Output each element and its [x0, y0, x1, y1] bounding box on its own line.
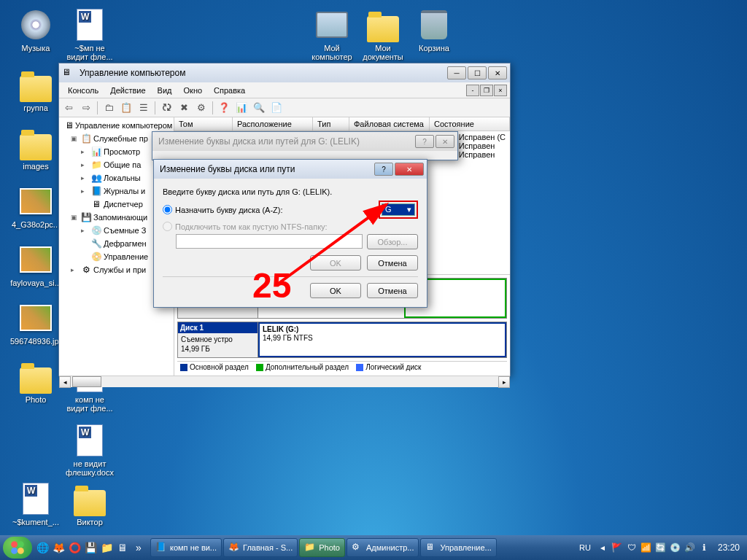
- maximize-button[interactable]: ☐: [468, 66, 487, 79]
- desktop-icon[interactable]: 596748936.jpg: [10, 300, 61, 346]
- mgmt-titlebar[interactable]: 🖥 Управление компьютером ─ ☐ ✕: [59, 63, 510, 82]
- node-icon: 📘: [90, 185, 102, 197]
- expand-icon[interactable]: ▸: [71, 266, 79, 273]
- desktop-icon[interactable]: 4_G38o2pc...: [10, 184, 61, 229]
- help-icon[interactable]: ❓: [217, 101, 231, 114]
- svg-point-4: [18, 548, 24, 554]
- language-indicator[interactable]: RU: [576, 543, 594, 552]
- col-layout[interactable]: Расположение: [233, 117, 313, 131]
- icon-label: ~$мп не видит фле...: [64, 44, 115, 61]
- scroll-left-icon[interactable]: ◂: [59, 376, 71, 388]
- icon-label: faylovaya_si...: [10, 279, 61, 287]
- ql-expand-icon[interactable]: »: [131, 539, 146, 556]
- menu-console[interactable]: Консоль: [62, 85, 104, 96]
- node-label: Просмотр: [104, 147, 140, 156]
- menu-help[interactable]: Справка: [208, 85, 251, 96]
- desktop-icon[interactable]: ~$мп не видит фле...: [64, 7, 115, 61]
- tray-volume-icon[interactable]: 🔊: [684, 542, 696, 553]
- desktop-icon[interactable]: Корзина: [409, 7, 460, 52]
- tool-icon[interactable]: 📄: [270, 101, 283, 114]
- disk1-row[interactable]: Диск 1 Съемное устро 14,99 ГБ LELIK (G:)…: [177, 322, 507, 358]
- settings-icon[interactable]: ⚙: [195, 101, 208, 114]
- expand-icon[interactable]: ▸: [81, 227, 89, 234]
- ql-firefox-icon[interactable]: 🦊: [51, 539, 66, 556]
- close-button[interactable]: ✕: [488, 66, 507, 79]
- mdi-close[interactable]: ×: [494, 85, 507, 96]
- expand-icon[interactable]: ▸: [81, 187, 89, 195]
- desktop-icon[interactable]: не видит флешку.docx: [64, 423, 115, 477]
- refresh-icon[interactable]: 🗘: [160, 101, 173, 114]
- ql-desktop-icon[interactable]: 🖥: [115, 539, 130, 556]
- col-status[interactable]: Состояние: [430, 117, 510, 131]
- tray-network-icon[interactable]: 📶: [640, 542, 652, 553]
- hscroll[interactable]: ◂ ▸: [59, 376, 510, 387]
- ql-save-icon[interactable]: 💾: [83, 539, 98, 556]
- desktop-icon[interactable]: Мой компьютер: [306, 7, 357, 61]
- node-label: Запоминающи: [93, 213, 147, 222]
- taskbar-button[interactable]: 📁Photo: [299, 538, 345, 557]
- ql-opera-icon[interactable]: ⭕: [67, 539, 82, 556]
- export-icon[interactable]: ✖: [177, 101, 190, 114]
- search-icon[interactable]: 🔍: [252, 101, 266, 114]
- mgmt-title: Управление компьютером: [77, 68, 447, 78]
- col-volume[interactable]: Том: [174, 117, 233, 131]
- menu-action[interactable]: Действие: [104, 85, 151, 96]
- expand-icon[interactable]: ▸: [81, 148, 89, 155]
- ql-explorer-icon[interactable]: 📁: [99, 539, 114, 556]
- taskbar-button[interactable]: 🖥Управление...: [420, 538, 496, 557]
- tree-root[interactable]: 🖥Управление компьютером (лок: [61, 119, 172, 132]
- assign-letter-radio[interactable]: [163, 205, 172, 214]
- forward-icon[interactable]: ⇨: [80, 101, 93, 114]
- properties-icon[interactable]: 📋: [120, 101, 133, 114]
- back-icon[interactable]: ⇦: [62, 101, 75, 114]
- tray-expand-icon[interactable]: ◂: [597, 542, 608, 553]
- ql-chrome-icon[interactable]: 🌐: [35, 539, 50, 556]
- expand-icon[interactable]: ▣: [71, 135, 79, 142]
- desktop-icon[interactable]: ~$kument_...: [10, 481, 61, 526]
- clock[interactable]: 23:20: [713, 542, 744, 553]
- desktop-icon[interactable]: Мои документы: [357, 7, 409, 61]
- dlg2-close-button[interactable]: ✕: [395, 163, 424, 176]
- taskbar-button[interactable]: 📘комп не ви...: [150, 538, 222, 557]
- taskbar-button[interactable]: 🦊Главная - S...: [223, 538, 298, 557]
- col-fs[interactable]: Файловая система: [349, 117, 430, 131]
- col-type[interactable]: Тип: [313, 117, 349, 131]
- inner-cancel-button[interactable]: Отмена: [367, 255, 418, 271]
- desktop-icon[interactable]: Музыка: [10, 7, 61, 52]
- dlg2-help-button[interactable]: ?: [374, 163, 393, 176]
- start-button[interactable]: [3, 537, 32, 559]
- node-icon: 🖥: [90, 198, 102, 210]
- mdi-restore[interactable]: ❐: [480, 85, 493, 96]
- drive-letter-dropdown[interactable]: G▾: [382, 203, 415, 216]
- minimize-button[interactable]: ─: [447, 66, 466, 79]
- dlg1-help-button[interactable]: ?: [415, 135, 434, 148]
- tray-shield-icon[interactable]: 🛡: [626, 542, 638, 553]
- desktop-icon[interactable]: images: [10, 125, 61, 171]
- expand-icon[interactable]: ▸: [81, 161, 89, 168]
- disk1-volume[interactable]: LELIK (G:) 14,99 ГБ NTFS: [258, 322, 506, 357]
- expand-icon[interactable]: ▣: [71, 214, 79, 221]
- expand-icon[interactable]: ▸: [81, 174, 89, 182]
- mdi-minimize[interactable]: -: [466, 85, 479, 96]
- desktop-icon[interactable]: faylovaya_si...: [10, 242, 61, 287]
- desktop-icon[interactable]: Виктор: [64, 481, 115, 526]
- menu-view[interactable]: Вид: [152, 85, 178, 96]
- views-icon[interactable]: ☰: [137, 101, 150, 114]
- folder-icon: [20, 368, 52, 394]
- up-icon[interactable]: 🗀: [102, 101, 115, 114]
- menu-window[interactable]: Окно: [178, 85, 209, 96]
- desktop-icon[interactable]: Photo: [10, 359, 61, 404]
- dlg2-titlebar[interactable]: Изменение буквы диска или пути ? ✕: [154, 160, 427, 179]
- dlg1-close-button[interactable]: ✕: [436, 135, 454, 148]
- list-icon[interactable]: 📊: [235, 101, 248, 114]
- tray-update-icon[interactable]: 🔄: [655, 542, 667, 553]
- tray-info-icon[interactable]: ℹ: [699, 542, 711, 553]
- taskbar-button[interactable]: ⚙Администр...: [347, 538, 419, 557]
- tray-flag-icon[interactable]: 🚩: [611, 542, 623, 553]
- ok-button[interactable]: OK: [310, 283, 361, 298]
- desktop-icon[interactable]: группа: [10, 67, 61, 112]
- tray-usb-icon[interactable]: 💿: [670, 542, 681, 553]
- cancel-button[interactable]: Отмена: [367, 283, 418, 298]
- scroll-thumb[interactable]: [72, 376, 101, 387]
- scroll-right-icon[interactable]: ▸: [498, 376, 510, 388]
